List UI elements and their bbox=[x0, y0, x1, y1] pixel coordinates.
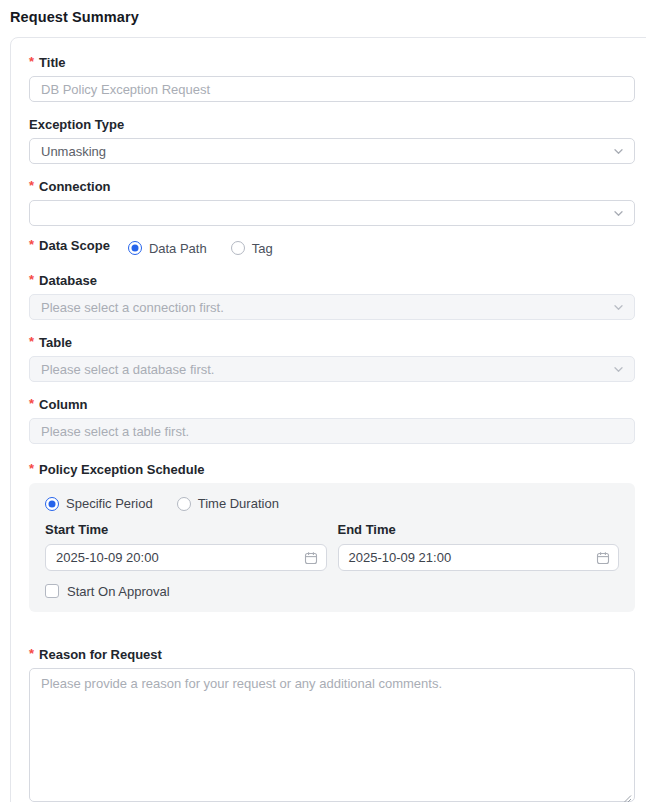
radio-tag-label: Tag bbox=[252, 241, 273, 256]
data-scope-radio-group: Data Path Tag bbox=[128, 241, 273, 256]
request-summary-card: * Title Exception Type Unmasking * bbox=[10, 37, 646, 802]
data-scope-label: Data Scope bbox=[39, 238, 110, 253]
required-asterisk: * bbox=[29, 646, 34, 662]
chevron-down-icon bbox=[612, 301, 625, 314]
title-input[interactable] bbox=[41, 77, 623, 101]
radio-tag[interactable]: Tag bbox=[231, 241, 273, 256]
page-title: Request Summary bbox=[10, 9, 646, 25]
table-select: Please select a database first. bbox=[29, 356, 635, 382]
exception-type-select[interactable]: Unmasking bbox=[29, 138, 635, 164]
radio-unselected-icon[interactable] bbox=[231, 241, 245, 255]
schedule-mode-radio-group: Specific Period Time Duration bbox=[45, 496, 619, 511]
column-placeholder: Please select a table first. bbox=[41, 424, 189, 439]
field-reason: * Reason for Request 0 / 1000 bbox=[29, 646, 635, 802]
field-column: * Column Please select a table first. bbox=[29, 396, 635, 444]
title-input-box bbox=[29, 76, 635, 102]
start-time-col: Start Time 2025-10-09 20:00 bbox=[45, 522, 327, 571]
schedule-panel: Specific Period Time Duration Start Time… bbox=[29, 483, 635, 612]
reason-label: Reason for Request bbox=[39, 647, 162, 662]
connection-label: Connection bbox=[39, 179, 111, 194]
table-label: Table bbox=[39, 335, 72, 350]
request-form-page: Request Summary * Title Exception Type U… bbox=[0, 0, 646, 802]
checkbox-unchecked-icon[interactable] bbox=[45, 584, 59, 598]
schedule-time-row: Start Time 2025-10-09 20:00 bbox=[45, 522, 619, 571]
field-connection: * Connection bbox=[29, 178, 635, 226]
required-asterisk: * bbox=[29, 396, 34, 412]
required-asterisk: * bbox=[29, 461, 34, 477]
start-on-approval-row: Start On Approval bbox=[45, 583, 619, 599]
required-asterisk: * bbox=[29, 237, 34, 253]
end-time-label: End Time bbox=[338, 522, 620, 538]
database-placeholder: Please select a connection first. bbox=[41, 300, 224, 315]
required-asterisk: * bbox=[29, 178, 34, 194]
radio-time-duration[interactable]: Time Duration bbox=[177, 496, 279, 511]
end-time-col: End Time 2025-10-09 21:00 bbox=[338, 522, 620, 571]
radio-data-path-label: Data Path bbox=[149, 241, 207, 256]
radio-data-path[interactable]: Data Path bbox=[128, 241, 207, 256]
start-time-value: 2025-10-09 20:00 bbox=[56, 550, 159, 565]
radio-selected-icon[interactable] bbox=[45, 497, 59, 511]
chevron-down-icon bbox=[612, 145, 625, 158]
radio-selected-icon[interactable] bbox=[128, 241, 142, 255]
required-asterisk: * bbox=[29, 272, 34, 288]
start-time-label: Start Time bbox=[45, 522, 327, 538]
column-label: Column bbox=[39, 397, 87, 412]
end-time-value: 2025-10-09 21:00 bbox=[349, 550, 452, 565]
schedule-label: Policy Exception Schedule bbox=[39, 462, 204, 477]
radio-time-duration-label: Time Duration bbox=[198, 496, 279, 511]
field-exception-type: Exception Type Unmasking bbox=[29, 116, 635, 164]
required-asterisk: * bbox=[29, 334, 34, 350]
radio-specific-period-label: Specific Period bbox=[66, 496, 153, 511]
exception-type-value: Unmasking bbox=[41, 144, 106, 159]
table-placeholder: Please select a database first. bbox=[41, 362, 214, 377]
calendar-icon bbox=[304, 551, 318, 565]
end-time-input[interactable]: 2025-10-09 21:00 bbox=[338, 544, 620, 571]
field-title: * Title bbox=[29, 54, 635, 102]
resize-handle-icon[interactable] bbox=[622, 789, 632, 799]
radio-unselected-icon[interactable] bbox=[177, 497, 191, 511]
start-on-approval-label: Start On Approval bbox=[67, 584, 170, 599]
field-database: * Database Please select a connection fi… bbox=[29, 272, 635, 320]
field-schedule: * Policy Exception Schedule Specific Per… bbox=[29, 461, 635, 612]
database-label: Database bbox=[39, 273, 97, 288]
database-select: Please select a connection first. bbox=[29, 294, 635, 320]
field-data-scope: * Data Scope Data Path Tag bbox=[29, 240, 635, 256]
start-time-input[interactable]: 2025-10-09 20:00 bbox=[45, 544, 327, 571]
required-asterisk: * bbox=[29, 54, 34, 70]
radio-specific-period[interactable]: Specific Period bbox=[45, 496, 153, 511]
reason-textarea-box bbox=[29, 668, 635, 802]
exception-type-label: Exception Type bbox=[29, 117, 124, 132]
title-label: Title bbox=[39, 55, 66, 70]
connection-select[interactable] bbox=[29, 200, 635, 226]
chevron-down-icon bbox=[612, 363, 625, 376]
column-input-box: Please select a table first. bbox=[29, 418, 635, 444]
field-table: * Table Please select a database first. bbox=[29, 334, 635, 382]
chevron-down-icon bbox=[612, 207, 625, 220]
calendar-icon bbox=[596, 551, 610, 565]
reason-textarea[interactable] bbox=[29, 668, 635, 802]
